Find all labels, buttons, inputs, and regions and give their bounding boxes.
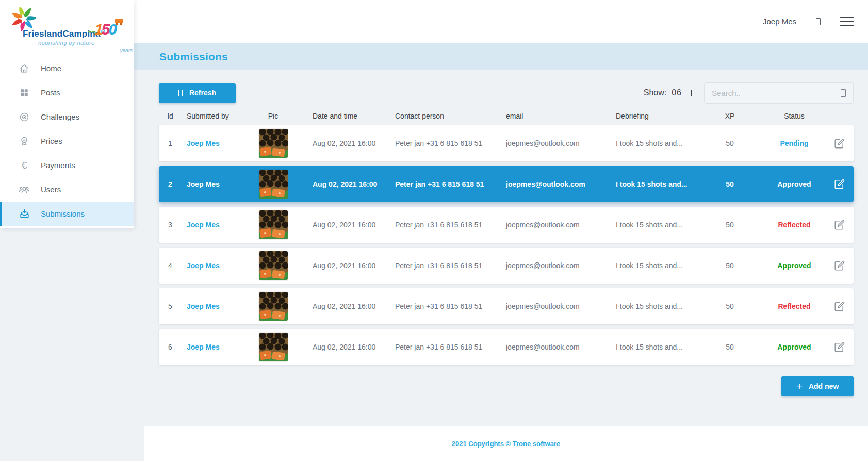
row-id: 4 bbox=[159, 261, 182, 270]
footer: 2021 Copyrights © Trone software bbox=[144, 426, 868, 461]
submission-thumbnail[interactable] bbox=[259, 210, 288, 239]
tractor-icon bbox=[115, 19, 123, 23]
email: joepmes@outlook.com bbox=[499, 302, 610, 310]
table-row[interactable]: 6 Joep Mes Aug 02, 2021 16:00 bbox=[159, 329, 854, 365]
status-badge: Reflected bbox=[763, 221, 825, 229]
sidebar-item-label: Prices bbox=[41, 137, 62, 145]
user-menu[interactable]: Joep Mes bbox=[763, 17, 796, 26]
search-input[interactable] bbox=[712, 89, 841, 97]
copyright-text: 2021 Copyrights © Trone software bbox=[452, 440, 560, 448]
submission-thumbnail[interactable] bbox=[259, 251, 288, 280]
status-badge: Approved bbox=[763, 261, 825, 270]
brand-logo: FrieslandCampinaıiı nourishing by nature… bbox=[0, 0, 134, 54]
brand-tagline: nourishing by nature bbox=[38, 40, 95, 46]
show-count-dropdown[interactable]: Show: 06 bbox=[644, 88, 692, 97]
inbox-icon bbox=[19, 208, 30, 220]
submitted-by-link[interactable]: Joep Mes bbox=[187, 180, 220, 188]
debriefing: I took 15 shots and... bbox=[610, 139, 696, 147]
chevron-down-icon bbox=[687, 90, 692, 96]
edit-button[interactable] bbox=[833, 138, 845, 150]
xp-value: 50 bbox=[696, 302, 763, 310]
table-row[interactable]: 5 Joep Mes Aug 02, 2021 16:00 bbox=[159, 288, 854, 324]
table-toolbar: Refresh Show: 06 bbox=[159, 82, 854, 104]
sidebar-item-prices[interactable]: Prices bbox=[0, 129, 134, 153]
sidebar-item-payments[interactable]: € Payments bbox=[0, 153, 134, 177]
page-title-bar: Submissions bbox=[134, 43, 868, 70]
edit-button[interactable] bbox=[833, 219, 845, 231]
xp-value: 50 bbox=[696, 180, 763, 188]
column-header-date: Date and time bbox=[303, 112, 388, 120]
contact-person: Peter jan +31 6 815 618 51 bbox=[388, 180, 499, 188]
table-header-row: Id Submitted by Pic Date and time Contac… bbox=[159, 107, 854, 125]
table-body: 1 Joep Mes Aug 02, 2021 16:00 bbox=[159, 125, 854, 365]
sidebar-item-posts[interactable]: Posts bbox=[0, 80, 134, 105]
submission-thumbnail[interactable] bbox=[259, 170, 288, 199]
show-label: Show: bbox=[644, 88, 666, 97]
add-new-button[interactable]: + Add new bbox=[781, 376, 854, 396]
xp-value: 50 bbox=[696, 139, 763, 147]
email: joepmes@outlook.com bbox=[499, 343, 610, 351]
contact-person: Peter jan +31 6 815 618 51 bbox=[388, 221, 499, 229]
date-time: Aug 02, 2021 16:00 bbox=[303, 261, 388, 270]
table-row[interactable]: 2 Joep Mes Aug 02, 2021 16:00 bbox=[159, 166, 854, 202]
sidebar-item-label: Home bbox=[41, 64, 61, 73]
contact-person: Peter jan +31 6 815 618 51 bbox=[388, 343, 499, 351]
email: joepmes@outlook.com bbox=[499, 221, 610, 229]
debriefing: I took 15 shots and... bbox=[610, 180, 696, 188]
submitted-by-link[interactable]: Joep Mes bbox=[187, 343, 220, 351]
submitted-by-link[interactable]: Joep Mes bbox=[187, 261, 220, 270]
row-id: 6 bbox=[159, 343, 182, 351]
edit-button[interactable] bbox=[833, 301, 845, 312]
status-badge: Reflected bbox=[763, 302, 825, 310]
xp-value: 50 bbox=[696, 261, 763, 270]
debriefing: I took 15 shots and... bbox=[610, 261, 696, 270]
column-header-submitted: Submitted by bbox=[182, 112, 243, 120]
notification-icon[interactable] bbox=[816, 18, 821, 25]
email: joepmes@outlook.com bbox=[499, 139, 610, 147]
sidebar-item-home[interactable]: Home bbox=[0, 56, 134, 80]
date-time: Aug 02, 2021 16:00 bbox=[303, 302, 388, 310]
edit-button[interactable] bbox=[833, 260, 845, 272]
column-header-id: Id bbox=[159, 112, 182, 120]
sidebar: FrieslandCampinaıiı nourishing by nature… bbox=[0, 0, 134, 228]
xp-value: 50 bbox=[696, 343, 763, 351]
submission-thumbnail[interactable] bbox=[259, 292, 288, 321]
target-icon bbox=[19, 111, 30, 123]
debriefing: I took 15 shots and... bbox=[610, 302, 696, 310]
sidebar-item-challenges[interactable]: Challenges bbox=[0, 105, 134, 129]
contact-person: Peter jan +31 6 815 618 51 bbox=[388, 139, 499, 147]
email: joepmes@outlook.com bbox=[499, 261, 610, 270]
column-header-xp: XP bbox=[696, 112, 763, 120]
submission-thumbnail[interactable] bbox=[259, 129, 288, 158]
column-header-email: email bbox=[499, 112, 610, 120]
refresh-button[interactable]: Refresh bbox=[159, 83, 236, 103]
row-id: 3 bbox=[159, 221, 182, 229]
sidebar-item-users[interactable]: Users bbox=[0, 177, 134, 202]
grid-icon bbox=[19, 87, 30, 98]
sidebar-item-label: Posts bbox=[41, 88, 60, 97]
submitted-by-link[interactable]: Joep Mes bbox=[187, 302, 220, 310]
row-id: 2 bbox=[159, 180, 182, 188]
status-badge: Approved bbox=[763, 180, 825, 188]
table-row[interactable]: 3 Joep Mes Aug 02, 2021 16:00 bbox=[159, 207, 854, 243]
status-badge: Pending bbox=[763, 139, 825, 147]
page-title: Submissions bbox=[159, 51, 228, 63]
debriefing: I took 15 shots and... bbox=[610, 343, 696, 351]
sidebar-item-submissions[interactable]: Submissions bbox=[0, 202, 134, 226]
xp-value: 50 bbox=[696, 221, 763, 229]
date-time: Aug 02, 2021 16:00 bbox=[303, 139, 388, 147]
menu-icon[interactable] bbox=[840, 14, 854, 28]
sidebar-nav: Home Posts Challenges Prices € Payments bbox=[0, 56, 134, 226]
email: joepmes@outlook.com bbox=[499, 180, 610, 188]
edit-button[interactable] bbox=[833, 341, 845, 353]
table-row[interactable]: 4 Joep Mes Aug 02, 2021 16:00 bbox=[159, 248, 854, 284]
submitted-by-link[interactable]: Joep Mes bbox=[187, 139, 220, 147]
table-row[interactable]: 1 Joep Mes Aug 02, 2021 16:00 bbox=[159, 125, 854, 161]
submission-thumbnail[interactable] bbox=[259, 333, 288, 361]
sidebar-item-label: Users bbox=[41, 185, 61, 194]
anniversary-150-logo: ⌁⌁ 150 years bbox=[94, 21, 130, 49]
add-new-wrap: + Add new bbox=[159, 376, 854, 396]
submitted-by-link[interactable]: Joep Mes bbox=[187, 221, 220, 229]
edit-button[interactable] bbox=[833, 178, 845, 190]
search-icon[interactable] bbox=[841, 89, 846, 97]
